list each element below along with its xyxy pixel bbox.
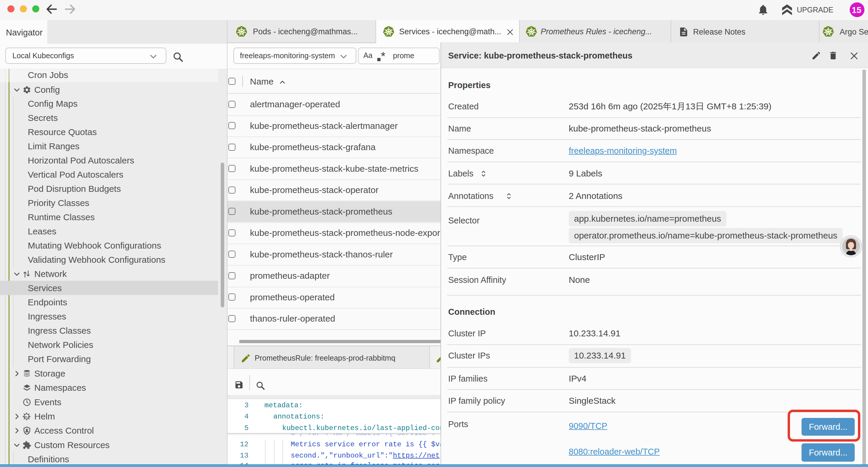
svg-text:HELM: HELM bbox=[23, 415, 30, 418]
